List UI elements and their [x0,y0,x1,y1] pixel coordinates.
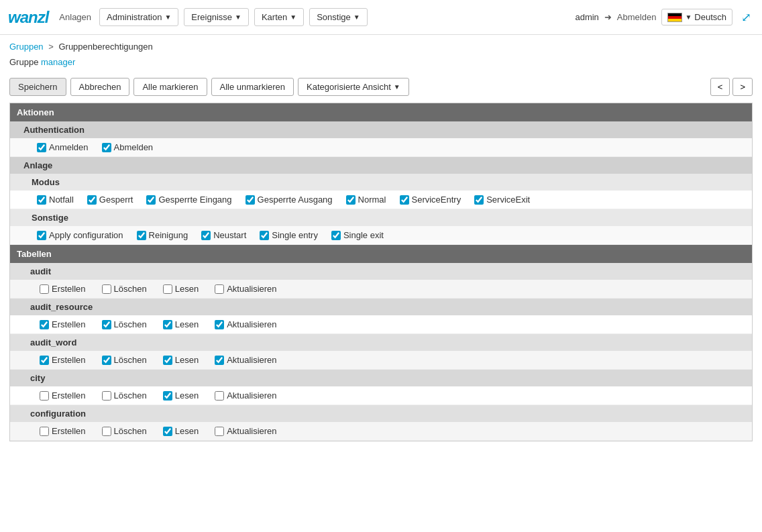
gesperrt-label: Gesperrt [99,195,133,205]
gesperrte-eingang-checkbox[interactable] [146,195,156,205]
serviceentry-checkbox[interactable] [400,195,409,205]
gesperrt-item[interactable]: Gesperrt [87,195,133,205]
normal-checkbox[interactable] [346,195,356,205]
city-aktualisieren-checkbox[interactable] [215,391,224,401]
audit-resource-lesen-checkbox[interactable] [163,320,172,329]
breadcrumb: Gruppen > Gruppenberechtigungen [0,35,762,54]
audit-aktualisieren-checkbox[interactable] [215,284,224,294]
mark-all-button[interactable]: Alle markieren [133,78,207,96]
abmelden-checkbox[interactable] [102,143,111,152]
city-erstellen-checkbox[interactable] [40,391,49,401]
single-entry-checkbox[interactable] [260,231,269,240]
audit-erstellen-item[interactable]: Erstellen [40,284,86,294]
anmelden-item[interactable]: Anmelden [37,142,89,152]
pager-next-button[interactable]: > [732,78,753,96]
city-lesen-checkbox[interactable] [163,391,172,401]
audit-resource-loschen-item[interactable]: Löschen [102,319,147,329]
audit-word-loschen-checkbox[interactable] [102,356,111,365]
breadcrumb-parent[interactable]: Gruppen [9,42,44,52]
serviceexit-item[interactable]: ServiceExit [474,195,530,205]
city-perm-row: Erstellen Löschen Lesen Aktualisieren [10,386,752,405]
arrow-icon: ➜ [604,12,612,22]
cancel-button[interactable]: Abbrechen [70,78,130,96]
gesperrte-eingang-label: Gesperrte Eingang [158,195,231,205]
save-button[interactable]: Speichern [9,78,66,96]
audit-word-lesen-item[interactable]: Lesen [163,355,199,365]
apply-config-checkbox[interactable] [37,231,46,240]
audit-word-erstellen-item[interactable]: Erstellen [40,355,86,365]
apply-config-item[interactable]: Apply configuration [37,230,123,240]
audit-resource-aktualisieren-checkbox[interactable] [215,320,224,329]
configuration-loschen-checkbox[interactable] [102,427,111,436]
serviceexit-checkbox[interactable] [474,195,484,205]
configuration-erstellen-item[interactable]: Erstellen [40,426,86,436]
configuration-loschen-item[interactable]: Löschen [102,426,147,436]
serviceentry-item[interactable]: ServiceEntry [400,195,461,205]
pager-prev-button[interactable]: < [710,78,730,96]
reinigung-item[interactable]: Reinigung [137,230,188,240]
audit-loschen-checkbox[interactable] [102,284,111,294]
audit-resource-erstellen-label: Erstellen [52,319,86,329]
configuration-aktualisieren-item[interactable]: Aktualisieren [215,426,276,436]
ereignisse-menu-button[interactable]: Ereignisse ▼ [184,8,249,26]
notfall-checkbox[interactable] [37,195,46,205]
gesperrte-ausgang-checkbox[interactable] [246,195,255,205]
language-selector[interactable]: ▼ Deutsch [661,9,732,25]
configuration-aktualisieren-checkbox[interactable] [215,427,224,436]
city-aktualisieren-item[interactable]: Aktualisieren [215,390,276,401]
audit-word-aktualisieren-item[interactable]: Aktualisieren [215,355,276,365]
city-loschen-item[interactable]: Löschen [102,390,147,401]
audit-erstellen-checkbox[interactable] [40,284,49,294]
configuration-erstellen-checkbox[interactable] [40,427,49,436]
ereignisse-caret-icon: ▼ [235,13,241,21]
audit-resource-erstellen-item[interactable]: Erstellen [40,319,86,329]
audit-lesen-item[interactable]: Lesen [163,284,199,294]
city-loschen-checkbox[interactable] [102,391,111,401]
audit-word-erstellen-checkbox[interactable] [40,356,49,365]
notfall-item[interactable]: Notfall [37,195,74,205]
configuration-lesen-checkbox[interactable] [163,427,172,436]
neustart-checkbox[interactable] [201,231,211,240]
city-lesen-label: Lesen [175,390,199,401]
audit-loschen-item[interactable]: Löschen [102,284,147,294]
breadcrumb-current: Gruppenberechtigungen [58,42,152,52]
normal-item[interactable]: Normal [346,195,386,205]
ereignisse-menu-label: Ereignisse [191,12,232,22]
audit-aktualisieren-item[interactable]: Aktualisieren [215,284,276,294]
single-entry-item[interactable]: Single entry [260,230,318,240]
unmark-all-button[interactable]: Alle unmarkieren [211,78,294,96]
audit-lesen-checkbox[interactable] [163,284,172,294]
audit-erstellen-label: Erstellen [52,284,86,294]
anmelden-checkbox[interactable] [37,143,46,152]
city-erstellen-label: Erstellen [52,390,86,401]
single-exit-item[interactable]: Single exit [331,230,384,240]
audit-resource-erstellen-checkbox[interactable] [40,320,49,329]
configuration-lesen-item[interactable]: Lesen [163,426,199,436]
gesperrte-ausgang-item[interactable]: Gesperrte Ausgang [246,195,333,205]
gesperrte-eingang-item[interactable]: Gesperrte Eingang [146,195,231,205]
admin-menu-button[interactable]: Administration ▼ [99,8,178,26]
breadcrumb-separator: > [48,42,54,52]
city-lesen-item[interactable]: Lesen [163,390,199,401]
audit-word-loschen-item[interactable]: Löschen [102,355,147,365]
fullscreen-icon[interactable]: ⤢ [738,9,754,25]
sonstige-menu-button[interactable]: Sonstige ▼ [309,8,368,26]
single-entry-label: Single entry [272,230,318,240]
city-erstellen-item[interactable]: Erstellen [40,390,86,401]
view-button[interactable]: Kategorisierte Ansicht ▼ [298,78,409,96]
audit-resource-aktualisieren-item[interactable]: Aktualisieren [215,319,276,329]
reinigung-checkbox[interactable] [137,231,146,240]
abmelden-item[interactable]: Abmelden [102,142,154,152]
audit-resource-loschen-checkbox[interactable] [102,320,111,329]
audit-word-loschen-label: Löschen [114,355,147,365]
logout-button[interactable]: Abmelden [617,12,657,22]
single-exit-checkbox[interactable] [331,231,341,240]
audit-word-lesen-checkbox[interactable] [163,356,172,365]
audit-word-lesen-label: Lesen [175,355,199,365]
user-link[interactable]: admin [575,12,598,22]
audit-resource-lesen-item[interactable]: Lesen [163,319,199,329]
karten-menu-button[interactable]: Karten ▼ [254,8,304,26]
gesperrt-checkbox[interactable] [87,195,97,205]
audit-word-aktualisieren-checkbox[interactable] [215,356,224,365]
neustart-item[interactable]: Neustart [201,230,246,240]
